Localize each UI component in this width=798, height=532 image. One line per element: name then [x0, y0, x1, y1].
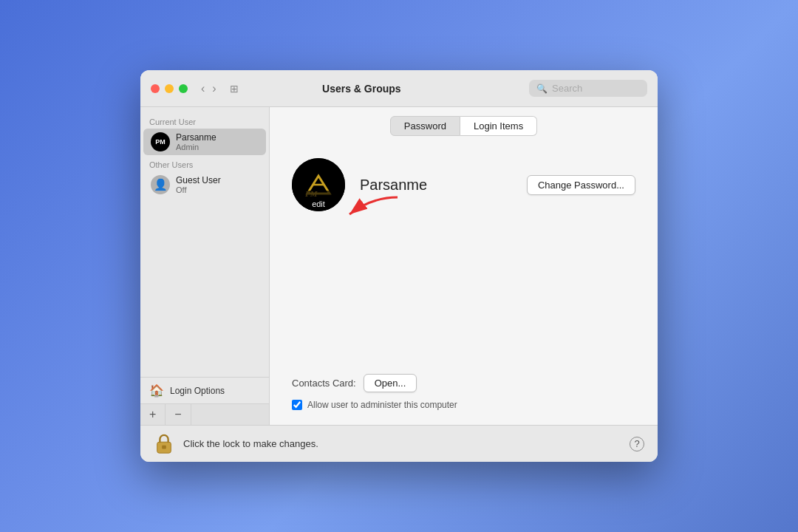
contacts-card-label: Contacts Card:: [292, 378, 356, 389]
svg-rect-6: [162, 445, 166, 449]
admin-checkbox-row: Allow user to administer this computer: [292, 400, 635, 410]
avatar-parsanme: PM: [151, 132, 170, 151]
main-window: ‹ › ⊞ Users & Groups 🔍 Search Current Us…: [140, 70, 658, 462]
lock-icon-wrap[interactable]: [154, 434, 174, 454]
admin-checkbox[interactable]: [292, 400, 302, 410]
main-panel: Password Login Items: [270, 107, 658, 425]
contacts-row: Contacts Card: Open...: [292, 359, 635, 392]
lock-icon: [154, 434, 174, 454]
user-header: PM edit: [292, 158, 635, 211]
login-options-label: Login Options: [170, 386, 225, 396]
user-details: PM edit: [270, 143, 658, 425]
sidebar-item-guest[interactable]: 👤 Guest User Off: [143, 171, 266, 198]
add-user-button[interactable]: +: [140, 404, 166, 425]
lock-text: Click the lock to make changes.: [183, 438, 621, 449]
login-options-item[interactable]: 🏠 Login Options: [140, 377, 269, 403]
avatar-area: PM edit: [292, 158, 345, 211]
window-title: Users & Groups: [202, 83, 522, 95]
tab-login-items[interactable]: Login Items: [460, 116, 537, 136]
sidebar-guest-name: Guest User: [176, 175, 221, 185]
user-avatar-large[interactable]: PM edit: [292, 158, 345, 211]
content-area: Current User PM Parsanme Admin Other Use…: [140, 107, 658, 425]
user-name-display: Parsanme: [360, 177, 512, 194]
change-password-button[interactable]: Change Password...: [527, 175, 635, 195]
bottom-bar: Click the lock to make changes. ?: [140, 425, 658, 462]
tab-bar: Password Login Items: [270, 107, 658, 143]
search-box[interactable]: 🔍 Search: [529, 80, 647, 97]
search-icon: 🔍: [536, 83, 548, 94]
other-users-label: Other Users: [140, 156, 269, 171]
current-user-label: Current User: [140, 113, 269, 128]
edit-overlay: edit: [292, 191, 345, 211]
sidebar: Current User PM Parsanme Admin Other Use…: [140, 107, 270, 425]
open-contacts-button[interactable]: Open...: [364, 374, 417, 392]
avatar-inner: PM edit: [292, 158, 345, 211]
traffic-lights: [151, 84, 188, 93]
close-button[interactable]: [151, 84, 160, 93]
add-remove-bar: + −: [140, 403, 269, 425]
sidebar-item-parsanme[interactable]: PM Parsanme Admin: [143, 129, 266, 155]
red-arrow: [342, 194, 401, 223]
titlebar: ‹ › ⊞ Users & Groups 🔍 Search: [140, 70, 658, 107]
tab-password[interactable]: Password: [390, 116, 460, 136]
remove-user-button[interactable]: −: [166, 404, 191, 425]
sidebar-role: Admin: [176, 143, 216, 151]
help-button[interactable]: ?: [630, 437, 644, 451]
search-placeholder: Search: [552, 83, 582, 94]
fullscreen-button[interactable]: [179, 84, 188, 93]
guest-person-icon: 👤: [154, 178, 168, 191]
sidebar-guest-status: Off: [176, 185, 221, 194]
admin-checkbox-label: Allow user to administer this computer: [307, 400, 457, 410]
sidebar-username: Parsanme: [176, 132, 216, 143]
minimize-button[interactable]: [165, 84, 174, 93]
house-icon: 🏠: [149, 383, 164, 398]
avatar-guest: 👤: [151, 175, 170, 194]
